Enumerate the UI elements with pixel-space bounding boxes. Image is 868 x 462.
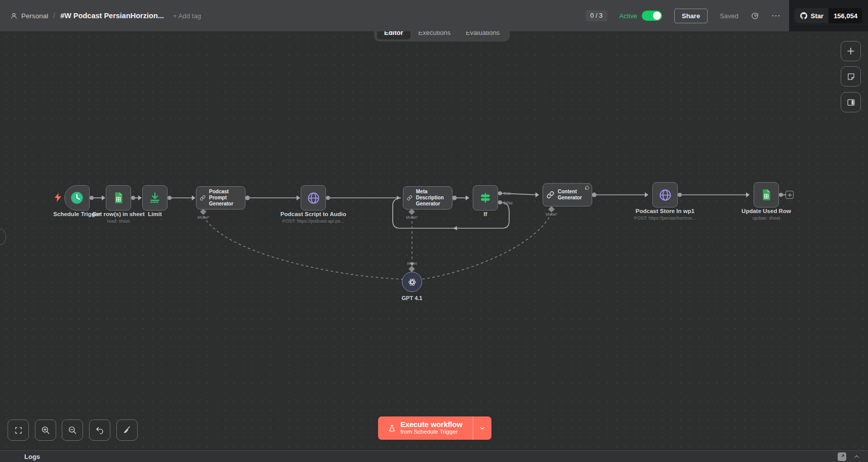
node-podcast-store-in-wp1[interactable] bbox=[652, 182, 678, 207]
zoom-in-icon bbox=[41, 426, 50, 435]
if-filter-icon bbox=[479, 191, 492, 204]
workflow-history-button[interactable] bbox=[751, 12, 759, 20]
issues-counter-badge[interactable]: 0 / 3 bbox=[586, 10, 607, 21]
add-node-button[interactable] bbox=[841, 41, 861, 61]
node-label: Podcast Store In wp1 POST: https://persi… bbox=[634, 208, 696, 221]
active-toggle[interactable] bbox=[642, 11, 662, 21]
zoom-to-fit-button[interactable] bbox=[8, 419, 29, 441]
globe-icon bbox=[307, 191, 320, 205]
model-input-label: Model* bbox=[546, 212, 557, 217]
external-link-icon bbox=[840, 454, 845, 459]
add-sticky-note-button[interactable] bbox=[841, 66, 861, 87]
active-label: Active bbox=[619, 12, 637, 20]
node-label: GPT 4.1 bbox=[402, 295, 423, 301]
top-bar: Personal / #W Podcast PersianHorzion... … bbox=[0, 0, 868, 31]
node-podcast-script-to-audio[interactable] bbox=[301, 185, 326, 211]
node-meta-description-generator[interactable]: Meta Description Generator bbox=[403, 186, 452, 209]
node-label: Limit bbox=[148, 211, 161, 217]
toggle-side-panel-button[interactable] bbox=[841, 92, 861, 112]
sticky-note-icon bbox=[847, 72, 855, 81]
fit-view-icon bbox=[14, 426, 23, 435]
zoom-out-button[interactable] bbox=[62, 419, 83, 441]
logs-label: Logs bbox=[24, 453, 40, 460]
execute-label: Execute workflow bbox=[400, 421, 462, 429]
chevron-up-icon[interactable] bbox=[853, 453, 860, 460]
n8n-workflow-editor: true false Schedule Trigger Get row(s) i… bbox=[0, 0, 868, 462]
node-update-used-row[interactable] bbox=[754, 182, 779, 207]
retry-icon bbox=[585, 185, 590, 190]
add-tag-button[interactable]: + Add tag bbox=[173, 12, 201, 20]
flask-icon bbox=[388, 424, 396, 433]
execute-options-dropdown[interactable] bbox=[473, 416, 491, 440]
execute-sublabel: from Schedule Trigger bbox=[400, 429, 462, 436]
star-count[interactable]: 156,054 bbox=[829, 8, 862, 23]
node-subtitle: read: sheet bbox=[92, 219, 145, 224]
more-options-button[interactable]: ⋯ bbox=[771, 13, 781, 18]
node-subtitle: update: sheet bbox=[741, 216, 791, 221]
execute-workflow-button[interactable]: Execute workflow from Schedule Trigger bbox=[378, 416, 473, 440]
chain-link-icon bbox=[547, 189, 554, 200]
limit-icon bbox=[148, 191, 161, 204]
node-label: Get row(s) in sheet read: sheet bbox=[92, 211, 145, 224]
star-label: Star bbox=[811, 12, 823, 20]
saved-status: Saved bbox=[720, 12, 738, 20]
clock-icon bbox=[70, 191, 84, 205]
history-icon bbox=[751, 12, 759, 20]
node-limit[interactable] bbox=[142, 185, 168, 211]
node-subtitle: POST: https://podcast-api.pe... bbox=[280, 219, 346, 224]
chevron-down-icon bbox=[479, 425, 485, 431]
add-node-connector-button[interactable] bbox=[786, 191, 794, 199]
broom-icon bbox=[122, 426, 132, 435]
node-label: Update Used Row update: sheet bbox=[741, 208, 791, 221]
undo-button[interactable] bbox=[89, 419, 110, 441]
trigger-bolt-icon bbox=[54, 193, 62, 202]
toggle-knob bbox=[653, 12, 661, 20]
model-connector-label: Model bbox=[407, 262, 417, 265]
node-label: Podcast Prompt Generator bbox=[209, 189, 241, 207]
zoom-out-icon bbox=[68, 426, 77, 435]
if-true-output-label: true bbox=[504, 191, 511, 196]
undo-icon bbox=[95, 426, 104, 435]
node-schedule-trigger[interactable] bbox=[64, 185, 90, 211]
model-input-label: Model* bbox=[197, 215, 209, 220]
share-button[interactable]: Share bbox=[674, 9, 708, 23]
open-logs-popout-button[interactable] bbox=[838, 452, 846, 461]
node-content-generator[interactable]: Content Generator bbox=[543, 183, 592, 206]
if-false-output-label: false bbox=[504, 200, 513, 205]
node-get-rows-in-sheet[interactable] bbox=[106, 185, 131, 211]
google-sheets-icon bbox=[760, 188, 773, 201]
google-sheets-icon bbox=[112, 191, 125, 204]
node-label: Meta Description Generator bbox=[416, 189, 448, 207]
node-subtitle: POST: https://persianhorizon... bbox=[634, 216, 696, 221]
plus-icon bbox=[788, 193, 792, 197]
node-label: If bbox=[483, 211, 487, 217]
person-icon bbox=[10, 12, 18, 20]
github-star-widget[interactable]: Star 156,054 bbox=[795, 8, 862, 23]
model-input-label: Model* bbox=[406, 215, 418, 220]
logs-panel-bar[interactable]: Logs bbox=[0, 450, 868, 462]
plus-icon bbox=[847, 47, 855, 55]
breadcrumb-project[interactable]: Personal bbox=[10, 12, 48, 20]
globe-icon bbox=[658, 188, 672, 202]
execute-workflow-split-button: Execute workflow from Schedule Trigger bbox=[378, 416, 491, 440]
openai-icon bbox=[407, 277, 417, 287]
chain-link-icon bbox=[200, 192, 205, 203]
breadcrumb-separator: / bbox=[53, 12, 55, 20]
split-panel-icon bbox=[847, 98, 855, 107]
chain-link-icon bbox=[407, 192, 412, 203]
node-gpt-41[interactable] bbox=[402, 272, 422, 292]
node-label: Podcast Script to Audio POST: https://po… bbox=[280, 211, 346, 224]
tidy-up-button[interactable] bbox=[116, 419, 138, 441]
workflow-title[interactable]: #W Podcast PersianHorzion... bbox=[60, 12, 164, 20]
github-icon bbox=[800, 12, 808, 20]
node-if[interactable] bbox=[473, 185, 498, 211]
node-label: Content Generator bbox=[558, 189, 588, 201]
zoom-in-button[interactable] bbox=[35, 419, 56, 441]
connection-wires: true false bbox=[0, 0, 868, 462]
github-section: Star 156,054 bbox=[789, 0, 868, 31]
node-podcast-prompt-generator[interactable]: Podcast Prompt Generator bbox=[196, 186, 245, 209]
